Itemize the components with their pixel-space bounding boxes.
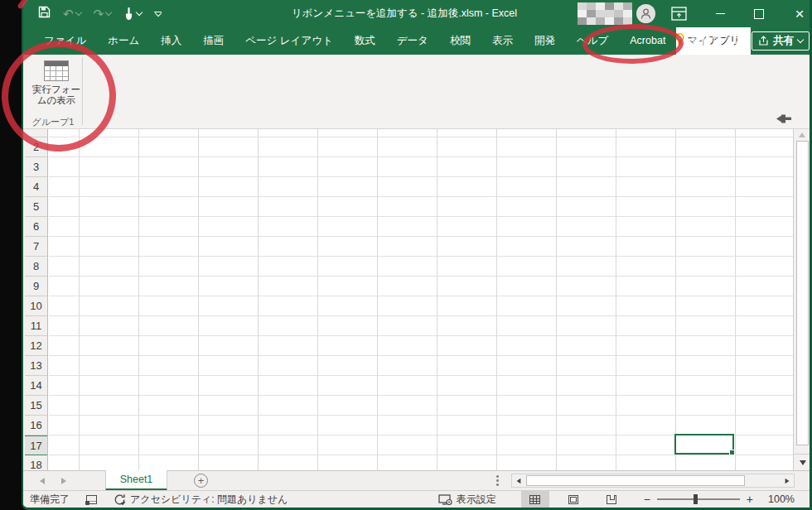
row-header-14[interactable]: 14 [25,376,47,396]
minimize-button[interactable] [703,0,737,27]
record-macro-button[interactable] [86,495,97,504]
share-label: 共有 [773,34,794,48]
accessibility-label: アクセシビリティ: 問題ありません [130,493,288,507]
row-header-partial[interactable] [25,129,47,137]
macro-icon [86,495,97,504]
sheet-tab-label: Sheet1 [120,474,153,485]
tab-data[interactable]: データ [386,27,439,55]
ribbon: 実行フォー ムの表示 グループ1 [23,55,810,129]
ready-status: 準備完了 [30,493,70,507]
tab-draw[interactable]: 描画 [192,27,234,55]
tell-me-label: 操作アシスト [691,34,741,48]
splitter-dots-icon[interactable] [496,475,499,487]
worksheet-grid: 23456789101112131415161718 [25,129,793,470]
save-icon[interactable] [38,6,51,22]
zoom-slider[interactable] [657,498,740,500]
tab-formulas[interactable]: 数式 [344,27,386,55]
row-header-17[interactable]: 17 [25,435,47,455]
tab-insert[interactable]: 挿入 [150,27,192,55]
row-header-11[interactable]: 11 [25,316,47,336]
window-title: リボンメニューを追加する - 追加後.xlsm - Excel [230,0,578,27]
next-sheet-icon[interactable] [61,478,66,484]
selected-cell[interactable] [674,434,734,455]
scroll-down-icon [800,460,806,465]
run-form-button-label-line2: ムの表示 [32,95,80,106]
accessibility-checker-icon [114,493,126,506]
scroll-left-button[interactable] [512,474,525,487]
touch-mouse-mode-icon[interactable] [123,7,142,21]
page-layout-view-button[interactable] [559,491,587,508]
tab-page-layout[interactable]: ページ レイアウト [234,27,344,55]
tab-developer[interactable]: 開発 [524,27,566,55]
vertical-scrollbar[interactable] [793,129,811,470]
tab-acrobat[interactable]: Acrobat [619,27,676,55]
ribbon-display-options-icon[interactable] [671,7,688,21]
title-bar: ↶ ↷ リボンメニューを追加する - 追加後.xlsm - Excel [23,0,810,27]
new-sheet-button[interactable]: + [194,474,208,488]
tab-review[interactable]: 校閲 [439,27,481,55]
run-form-button-label-line1: 実行フォー [32,84,80,95]
scroll-right-button[interactable] [781,474,794,487]
sheet-tab-sheet1[interactable]: Sheet1 [105,470,167,491]
tab-home[interactable]: ホーム [97,27,150,55]
page-break-icon [607,495,616,504]
display-settings-button[interactable]: 表示設定 [438,493,496,507]
fill-handle[interactable] [729,450,735,455]
scroll-up-icon[interactable] [799,132,805,137]
undo-button: ↶ [63,7,81,22]
tab-view[interactable]: 表示 [481,27,524,55]
scroll-down-button[interactable] [794,454,812,470]
share-button[interactable]: 共有 [752,31,810,51]
display-settings-label: 表示設定 [457,493,496,507]
accessibility-status[interactable]: アクセシビリティ: 問題ありません [114,493,288,507]
row-header-13[interactable]: 13 [25,356,47,376]
display-settings-icon [438,494,452,505]
zoom-out-button[interactable]: − [644,493,650,506]
row-header-3[interactable]: 3 [25,157,47,177]
customize-quick-access-icon[interactable] [154,12,162,16]
row-header-7[interactable]: 7 [25,237,47,257]
sheet-tab-bar: Sheet1 + [23,470,810,490]
normal-view-icon [529,495,540,504]
share-icon [758,36,769,46]
prev-sheet-icon[interactable] [40,478,45,484]
group-separator [82,57,83,125]
tab-help[interactable]: ヘルプ [566,27,619,55]
normal-view-button[interactable] [521,491,549,508]
row-header-16[interactable]: 16 [25,416,47,435]
zoom-level[interactable]: 100% [768,493,795,505]
row-header-9[interactable]: 9 [25,277,47,296]
screenshot-root: ↶ ↷ リボンメニューを追加する - 追加後.xlsm - Excel [0,0,812,510]
row-header-5[interactable]: 5 [25,197,47,217]
row-header-6[interactable]: 6 [25,217,47,237]
row-header-12[interactable]: 12 [25,336,47,356]
tell-me-area[interactable]: 操作アシスト [674,27,741,55]
row-header-10[interactable]: 10 [25,296,47,316]
zoom-slider-thumb[interactable] [694,494,698,504]
tab-file[interactable]: ファイル [33,27,97,55]
horizontal-scrollbar[interactable] [511,474,795,488]
redo-button: ↷ [94,7,112,22]
quick-access-toolbar: ↶ ↷ [38,0,162,27]
excel-window: ↶ ↷ リボンメニューを追加する - 追加後.xlsm - Excel [22,0,812,510]
row-header-15[interactable]: 15 [25,396,47,416]
grid-cells[interactable] [49,129,793,470]
row-header-4[interactable]: 4 [25,177,47,197]
row-header-8[interactable]: 8 [25,257,47,277]
vertical-scrollbar-thumb[interactable] [796,141,809,445]
ribbon-group-label: グループ1 [23,116,83,128]
close-button[interactable]: × [783,0,812,27]
zoom-controls: − + [644,493,753,506]
horizontal-scrollbar-thumb[interactable] [526,475,745,486]
run-form-button[interactable]: 実行フォー ムの表示 [31,57,81,112]
pin-ribbon-icon[interactable] [776,113,792,128]
blurred-username [578,2,632,25]
account-avatar-icon[interactable] [636,4,655,23]
row-header-2[interactable]: 2 [25,137,47,157]
zoom-in-button[interactable]: + [747,493,753,506]
page-break-view-button[interactable] [597,491,626,508]
lightbulb-icon [674,32,685,50]
plus-icon: + [198,475,205,486]
row-headers: 23456789101112131415161718 [25,129,48,470]
maximize-button[interactable] [742,0,776,27]
